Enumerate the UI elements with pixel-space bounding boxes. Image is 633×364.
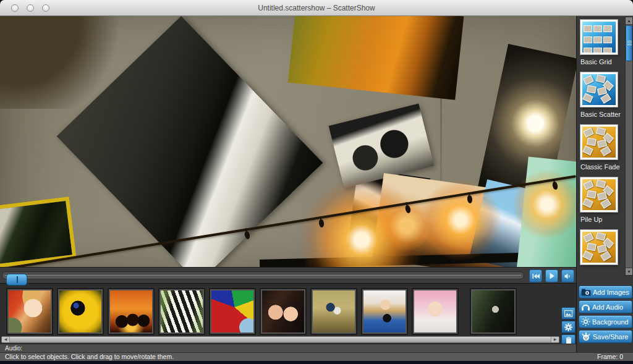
save-share-label: Save/Share [593,333,628,341]
template-item-basic-scatter[interactable]: Basic Scatter [580,72,625,118]
camera-icon [581,289,591,296]
template-preview-art [582,232,616,263]
headphones-icon [581,303,590,311]
template-thumbnail[interactable] [580,72,618,107]
filmstrip-thumbnail-party-sunset[interactable] [109,289,153,334]
mini-photo [596,127,606,135]
background-label: Background [592,318,629,326]
template-thumbnail[interactable] [580,230,618,265]
gear-icon [564,323,572,331]
scatter-photo-yellow-frame[interactable] [0,197,77,267]
star-face-icon [581,332,591,342]
light-bulb [318,219,325,228]
filmstrip: ◀ ▶ [0,283,576,344]
template-list: Basic GridBasic ScatterClassic FadePile … [577,16,625,276]
template-item-basic-grid[interactable]: Basic Grid [580,20,625,66]
mini-photo [593,48,602,53]
filmstrip-thumbnail-two-women[interactable] [261,289,305,334]
filmstrip-thumbnail-woman-with-camera[interactable] [362,289,407,334]
template-item-classic-fade[interactable]: Classic Fade [580,125,625,171]
window-minimize-icon[interactable] [27,4,34,12]
transport-bar [0,267,576,283]
save-share-button[interactable]: Save/Share [579,330,632,343]
timeline-track[interactable] [2,271,524,279]
scroll-up-icon[interactable]: ▲ [626,17,632,25]
mute-button[interactable] [561,269,574,282]
status-bar: Click to select objects. Click and drag … [0,352,633,361]
filmstrip-thumbnail-couple-in-grass[interactable] [312,289,356,334]
mini-photo [600,93,611,104]
frame-counter: Frame: 0 [597,353,623,361]
template-sidebar: Basic GridBasic ScatterClassic FadePile … [576,16,633,352]
mini-photo [584,25,592,32]
play-button[interactable] [545,269,558,282]
template-preview-art [582,127,616,158]
preview-canvas[interactable] [0,16,576,267]
mini-photo [593,36,602,43]
scroll-down-icon[interactable]: ▼ [626,268,632,275]
mini-photo [582,198,593,208]
window-title: Untitled.scattershow – ScatterShow [74,0,559,16]
mini-photo [583,128,593,138]
scroll-right-icon[interactable]: ▶ [551,337,559,342]
timeline-handle[interactable] [6,274,27,286]
mini-photo [584,36,592,43]
window-close-icon[interactable] [11,4,19,12]
mini-photo [603,48,612,53]
template-scrollbar[interactable]: ▲ ▼ [625,17,633,276]
filmstrip-thumbnail-girl-red-hoodie[interactable] [7,289,52,334]
mini-photo [587,243,597,251]
image-icon [564,310,572,317]
add-audio-button[interactable]: Add Audio [579,300,632,313]
fit-image-button[interactable] [561,307,576,320]
template-label: Basic Scatter [580,111,625,118]
mini-photo [587,190,597,198]
filmstrip-thumbs [0,289,559,337]
template-thumbnail[interactable] [580,125,618,159]
audio-status-row: Audio: [0,344,576,352]
template-thumbnail[interactable] [580,177,618,212]
add-images-button[interactable]: Add Images [579,286,632,298]
mini-photo [600,251,611,261]
mini-photo [600,198,611,209]
mini-photo [596,179,606,188]
scatter-photo-bw-couple[interactable] [329,103,435,188]
scrollbar-thumb[interactable] [626,25,632,61]
play-icon [548,273,555,279]
mini-photo [583,233,593,243]
background-button[interactable]: Background [579,315,632,328]
mini-photo [582,251,593,261]
filmstrip-thumbnail-sunflower-butterfly[interactable] [58,289,103,334]
filmstrip-thumbnail-zebra[interactable] [159,289,204,334]
template-preview-art [582,22,616,53]
mini-photo [593,25,602,32]
mini-photo [600,146,611,156]
template-item-pile-up[interactable]: Pile Up [580,177,625,223]
mini-photo [603,36,612,43]
window-zoom-icon[interactable] [42,4,49,12]
status-hint: Click to select objects. Click and drag … [5,353,174,361]
mini-photo [582,93,593,103]
template-preview-art [582,179,616,210]
scroll-left-icon[interactable]: ◀ [2,337,10,342]
template-thumbnail[interactable] [580,20,618,54]
mini-photo [583,75,593,85]
mini-photo [603,25,612,32]
filmstrip-thumbnail-kite[interactable] [210,289,255,334]
template-item-5[interactable] [580,230,625,265]
mini-photo [596,74,606,83]
scatter-photo-autumn-trees[interactable] [288,16,464,100]
settings-button[interactable] [561,321,576,333]
titlebar: Untitled.scattershow – ScatterShow [0,0,633,16]
filmstrip-thumbnail-baby-pink-hat[interactable] [413,289,457,334]
mini-photo [596,232,606,240]
rewind-button[interactable] [529,269,542,282]
scattershow-window: Untitled.scattershow – ScatterShow Basic… [0,0,633,364]
filmstrip-thumbnail-couple-kissing[interactable] [471,289,516,334]
audio-label: Audio: [5,345,22,352]
filmstrip-scrollbar[interactable]: ◀ ▶ [1,336,559,343]
mini-photo [587,85,597,93]
template-preview-art [582,74,616,105]
add-audio-label: Add Audio [592,303,623,311]
template-label: Basic Grid [580,58,625,66]
